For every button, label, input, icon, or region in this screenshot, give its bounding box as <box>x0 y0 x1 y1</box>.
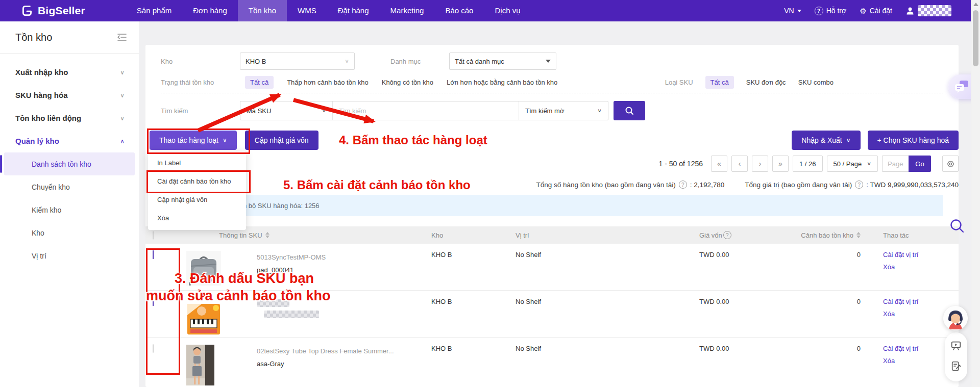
collapse-sidebar-icon[interactable] <box>117 33 127 41</box>
category-label: Danh mục <box>390 58 449 65</box>
search-icon <box>948 217 966 235</box>
nav-item-wms[interactable]: WMS <box>287 0 327 21</box>
bigseller-logo[interactable]: BigSeller <box>20 4 85 17</box>
status-option-no-stock[interactable]: Không có tồn kho <box>382 79 433 86</box>
set-location-link[interactable]: Cài đặt vị trí <box>883 298 946 305</box>
help-icon[interactable]: ? <box>679 180 687 189</box>
update-cost-button[interactable]: Cập nhật giá vốn <box>245 131 318 150</box>
nav-item-ton-kho[interactable]: Tồn kho <box>238 0 287 21</box>
search-mode-select[interactable]: Tìm kiếm mờ ∨ <box>519 101 608 120</box>
cell-canhbao: 0 <box>784 345 861 352</box>
support-avatar[interactable] <box>943 306 968 330</box>
delete-link[interactable]: Xóa <box>883 263 946 271</box>
delete-link[interactable]: Xóa <box>883 357 946 365</box>
bigseller-logo-icon <box>20 4 34 17</box>
category-select[interactable]: Tất cả danh mục <box>449 53 556 70</box>
search-field-select[interactable]: Mã SKU ∨ <box>240 101 333 120</box>
table-search-toggle[interactable] <box>948 217 966 237</box>
bulk-actions-button[interactable]: Thao tác hàng loạt ∨ <box>150 131 237 150</box>
first-page-button[interactable]: « <box>711 156 727 172</box>
help-button[interactable]: ? Hỗ trợ <box>815 7 847 15</box>
status-option-above-alert[interactable]: Lớn hơn hoặc bằng cảnh báo tồn kho <box>447 79 557 86</box>
chevron-down-icon: ∨ <box>120 69 125 76</box>
table-settings-button[interactable] <box>942 156 959 172</box>
row-checkbox[interactable] <box>153 297 154 306</box>
language-selector[interactable]: VN <box>784 7 801 15</box>
sku-name: 5013SyncTestMP-OMS <box>257 251 326 264</box>
scroll-up-arrow[interactable] <box>973 3 978 6</box>
sort-icon[interactable] <box>265 232 270 238</box>
nav-item-san-pham[interactable]: Sản phẩm <box>126 0 182 21</box>
summary-row: Tổng số hàng tồn kho (bao gồm đang vận t… <box>145 178 959 191</box>
sidebar-item-kiem-kho[interactable]: Kiểm kho <box>4 198 135 221</box>
search-button[interactable] <box>614 101 645 120</box>
chevron-down-icon: ∨ <box>322 108 326 113</box>
sidebar-item-danh-sach-ton-kho[interactable]: Danh sách tồn kho <box>4 152 135 175</box>
sort-icon[interactable] <box>856 232 861 238</box>
help-icon[interactable]: ? <box>723 231 731 239</box>
page: BigSeller Sản phẩm Đơn hàng Tồn kho WMS … <box>0 0 980 387</box>
sidebar-item-quan-ly-kho[interactable]: Quản lý kho ∧ <box>0 130 139 152</box>
nav-item-bao-cao[interactable]: Báo cáo <box>434 0 484 21</box>
table-header: Thông tin SKU Kho Vị trí Giá vốn ? Cảnh … <box>145 226 959 244</box>
sidebar-item-ton-kho-lien-dong[interactable]: Tồn kho liên động ∨ <box>0 107 139 130</box>
product-image <box>186 345 221 387</box>
menu-item-in-label[interactable]: In Label <box>148 154 246 172</box>
search-label: Tìm kiếm <box>161 107 240 115</box>
row-checkbox[interactable] <box>153 250 154 259</box>
bulk-actions-menu: In Label Cài đặt cảnh báo tồn kho Cập nh… <box>148 151 246 230</box>
scrollbar-thumb[interactable] <box>973 10 978 66</box>
sku-type-all[interactable]: Tất cả <box>705 76 734 89</box>
search-group: Mã SKU ∨ Tìm kiếm mờ ∨ <box>240 101 608 120</box>
tutorial-button[interactable] <box>950 340 962 353</box>
nav-item-dat-hang[interactable]: Đặt hàng <box>327 0 380 21</box>
sku-type-combo[interactable]: SKU combo <box>798 79 834 86</box>
select-all-checkbox[interactable] <box>153 231 154 240</box>
menu-item-delete[interactable]: Xóa <box>148 209 246 227</box>
sidebar-item-xuat-nhap-kho[interactable]: Xuất nhập kho ∨ <box>0 61 139 84</box>
import-export-button[interactable]: Nhập & Xuất ∨ <box>792 131 860 150</box>
page-scrollbar[interactable] <box>971 0 980 387</box>
header-canhbao[interactable]: Cảnh báo tồn kho <box>784 231 861 239</box>
warehouse-select[interactable]: KHO B ∨ <box>240 53 355 70</box>
delete-link[interactable]: Xóa <box>883 310 946 318</box>
page-size-select[interactable]: 50 / Page ∨ <box>827 156 878 172</box>
row-checkbox[interactable] <box>153 344 154 353</box>
user-account[interactable] <box>905 5 951 16</box>
sku-type-single[interactable]: SKU đơn độc <box>746 79 786 86</box>
chat-bubbles-icon <box>954 80 969 94</box>
nav-item-marketing[interactable]: Marketing <box>380 0 435 21</box>
user-icon <box>905 6 915 15</box>
choose-sku-button[interactable]: + Chọn SKU hàng hoá <box>868 131 959 150</box>
feedback-form-button[interactable] <box>950 360 962 374</box>
main-nav: Sản phẩm Đơn hàng Tồn kho WMS Đặt hàng M… <box>126 0 531 21</box>
sidebar-item-chuyen-kho[interactable]: Chuyển kho <box>4 175 135 198</box>
help-icon: ? <box>815 7 823 15</box>
username-redacted <box>918 5 951 16</box>
set-location-link[interactable]: Cài đặt vị trí <box>883 345 946 352</box>
sidebar-item-sku-hang-hoa[interactable]: SKU hàng hóa ∨ <box>0 84 139 107</box>
menu-item-stock-alert-settings[interactable]: Cài đặt cảnh báo tồn kho <box>148 172 246 191</box>
toolbar: Thao tác hàng loạt ∨ Cập nhật giá vốn Nh… <box>145 131 959 150</box>
next-page-button[interactable]: › <box>752 156 768 172</box>
help-icon[interactable]: ? <box>855 180 863 189</box>
set-location-link[interactable]: Cài đặt vị trí <box>883 251 946 259</box>
sidebar-title: Tồn kho <box>15 32 52 43</box>
status-option-below-alert[interactable]: Thấp hơn cảnh báo tồn kho <box>287 79 369 86</box>
sidebar-item-vi-tri[interactable]: Vị trí <box>4 244 135 267</box>
settings-button[interactable]: ⚙ Cài đặt <box>860 7 892 15</box>
status-option-all[interactable]: Tất cả <box>245 76 274 89</box>
last-page-button[interactable]: » <box>772 156 789 172</box>
cell-giavon: TWD 0.00 <box>699 298 784 305</box>
page-jump-input[interactable] <box>882 156 909 172</box>
sku-name-redacted <box>257 299 289 307</box>
nav-item-dich-vu[interactable]: Dịch vụ <box>484 0 531 21</box>
menu-item-update-cost[interactable]: Cập nhật giá vốn <box>148 191 246 209</box>
sidebar-item-kho[interactable]: Kho <box>4 221 135 244</box>
go-button[interactable]: Go <box>909 156 931 172</box>
search-input[interactable] <box>333 101 519 120</box>
prev-page-button[interactable]: ‹ <box>731 156 748 172</box>
gear-icon: ⚙ <box>860 7 866 15</box>
nav-item-don-hang[interactable]: Đơn hàng <box>182 0 238 21</box>
header-sku[interactable]: Thông tin SKU <box>179 231 431 239</box>
